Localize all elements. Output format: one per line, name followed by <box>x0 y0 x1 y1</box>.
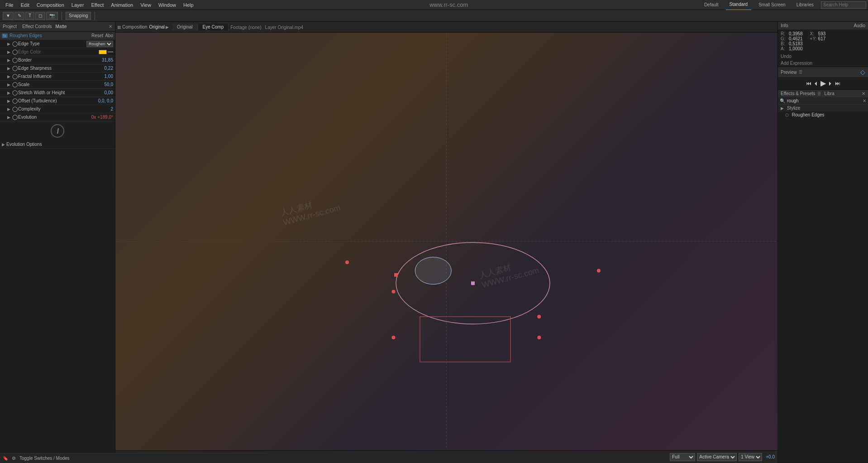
offset-row: ▶ ◯ Offset (Turbulence) 0,0, 0,0 <box>0 97 115 105</box>
tool-buttons: ▼ ✎ T ◻ 📷 <box>3 12 58 20</box>
menu-effect[interactable]: Effect <box>87 0 107 10</box>
workspace-libraries[interactable]: Libraries <box>793 0 817 10</box>
edge-type-row: ▶ ◯ Edge Type Roughen <box>0 40 115 48</box>
toggle-arrow[interactable]: ▶ <box>7 50 12 54</box>
r-label: R: <box>781 31 787 36</box>
border-value[interactable]: 31,85 <box>102 58 113 63</box>
roughen-edges-label: Roughen Edges <box>10 33 91 38</box>
complexity-value[interactable]: 2 <box>110 106 113 111</box>
camera-tool[interactable]: 📷 <box>46 12 58 20</box>
footage-tab: Footage (none) <box>230 24 261 30</box>
workspace-standard[interactable]: Standard <box>726 0 752 10</box>
edge-color-swatch[interactable] <box>99 50 107 54</box>
skip-forward-button[interactable]: ⏭ <box>835 80 840 87</box>
offset-value[interactable]: 0,0, 0,0 <box>98 98 113 103</box>
play-button[interactable]: ▶ <box>820 79 826 87</box>
search-clear-btn[interactable]: ✕ <box>863 98 866 103</box>
skip-back-button[interactable]: ⏮ <box>806 80 811 87</box>
layer-tab: Layer Original.mp4 <box>265 24 303 30</box>
select-tool[interactable]: ▼ <box>3 12 14 20</box>
menu-file[interactable]: File <box>2 0 17 10</box>
workspace-smallscreen[interactable]: Small Screen <box>755 0 789 10</box>
fractal-influence-row: ▶ ◯ Fractal Influence 1,00 <box>0 72 115 81</box>
step-forward-button[interactable]: ⏵ <box>828 80 833 87</box>
presets-list: ▶ Stylize ⬡ Roughen Edges <box>778 105 868 463</box>
xy-info: X: 593 +Y: 617 <box>810 31 826 51</box>
toggle-arrow[interactable]: ▶ <box>7 91 12 95</box>
info-b-row: B: 0,5183 <box>781 41 803 46</box>
stretch-label: Stretch Width or Height <box>18 90 105 95</box>
pen-tool[interactable]: ✎ <box>14 12 24 20</box>
evolution-dial-area <box>0 121 115 140</box>
toggle-arrow[interactable]: ▶ <box>7 42 12 46</box>
menu-layer[interactable]: Layer <box>68 0 88 10</box>
search-input[interactable] <box>821 1 866 9</box>
toggle-arrow[interactable]: ▶ <box>7 107 12 111</box>
view-select[interactable]: 1 View <box>739 453 762 461</box>
stylize-section-header[interactable]: ▶ Stylize <box>778 105 868 111</box>
viewport-canvas: 人人素材WWW.rr-sc.com 人人素材WWW.rr-sc.com <box>115 33 777 450</box>
evolution-row: ▶ ◯ Evolution 0x +189,0° <box>0 113 115 121</box>
color-picker-icon[interactable]: ◇ <box>860 68 865 76</box>
toggle-arrow[interactable]: ▶ <box>7 99 12 103</box>
abo-button[interactable]: Abo <box>105 33 113 38</box>
viewport-tab-original[interactable]: Original <box>172 24 197 30</box>
evolution-value[interactable]: 0x +189,0° <box>91 115 113 120</box>
shape-tool[interactable]: ◻ <box>35 12 45 20</box>
stylize-label: Stylize <box>787 106 800 111</box>
r-value: 0,3958 <box>789 31 803 36</box>
y-value: 617 <box>818 36 826 41</box>
y-label: +Y: <box>810 36 816 41</box>
panel-close-btn[interactable]: ✕ <box>109 24 112 29</box>
scale-value[interactable]: 50,0 <box>105 82 113 87</box>
fractal-influence-value[interactable]: 1,00 <box>105 74 113 79</box>
workspace-default[interactable]: Default <box>701 0 722 10</box>
toggle-arrow[interactable]: ▶ <box>2 142 6 147</box>
menu-view[interactable]: View <box>137 0 155 10</box>
website-watermark: www.rr-sc.com <box>197 1 701 8</box>
toggle-arrow[interactable]: ▶ <box>7 66 12 71</box>
text-tool[interactable]: T <box>25 12 34 20</box>
stretch-value[interactable]: 0,00 <box>105 90 113 95</box>
toggle-arrow[interactable]: ▶ <box>7 74 12 79</box>
step-back-button[interactable]: ⏴ <box>813 80 819 87</box>
effects-search-input[interactable] <box>787 98 863 103</box>
watermark-2: 人人素材WWW.rr-sc.com <box>478 255 540 290</box>
quality-select[interactable]: Full Half Quarter <box>670 453 695 461</box>
add-expression-link[interactable]: Add Expression <box>778 60 868 67</box>
effects-presets-close[interactable]: ✕ <box>862 91 865 96</box>
preview-panel-header: Preview ☰ ◇ <box>778 67 868 77</box>
effects-presets-menu-icon[interactable]: ☰ <box>817 92 821 96</box>
info-content: R: 0,3958 G: 0,4621 B: 0,5183 A: 1,0000 <box>778 29 868 53</box>
undo-link[interactable]: Undo <box>778 53 868 60</box>
viewport-tab-row: ▦ Composition Original ▶ Original Eye Co… <box>115 22 777 33</box>
edge-color-slider[interactable]: ━━ <box>108 49 113 54</box>
menu-composition[interactable]: Composition <box>33 0 68 10</box>
menu-animation[interactable]: Animation <box>107 0 137 10</box>
svg-rect-11 <box>471 281 475 285</box>
svg-point-2 <box>396 242 550 324</box>
edge-sharpness-label: Edge Sharpness <box>18 66 105 71</box>
menu-edit[interactable]: Edit <box>17 0 33 10</box>
toggle-arrow[interactable]: ▶ <box>7 82 12 87</box>
menu-window[interactable]: Window <box>155 0 180 10</box>
snapping-button[interactable]: Snapping <box>66 12 91 20</box>
menu-help[interactable]: Help <box>180 0 197 10</box>
watermark-1: 人人素材WWW.rr-sc.com <box>279 193 341 227</box>
roughen-edges-preset[interactable]: ⬡ Roughen Edges <box>778 111 868 118</box>
edge-type-select[interactable]: Roughen <box>86 41 113 47</box>
camera-select[interactable]: Active Camera <box>697 453 737 461</box>
chevron-right-icon: ▶ <box>166 25 169 29</box>
preview-menu-icon[interactable]: ☰ <box>799 70 802 74</box>
reset-button[interactable]: Reset <box>91 33 103 38</box>
svg-point-12 <box>415 257 451 285</box>
toggle-arrow[interactable]: ▶ <box>7 58 12 63</box>
toggle-arrow[interactable]: ▶ <box>7 115 12 120</box>
x-label: X: <box>810 31 816 36</box>
viewport-tab-eyecomp[interactable]: Eye Comp <box>198 24 229 30</box>
viewport-tabs: Original Eye Comp <box>172 22 229 33</box>
evolution-dial[interactable] <box>51 124 64 138</box>
toolbar-sep-2 <box>95 12 95 20</box>
edge-sharpness-value[interactable]: 0,22 <box>105 66 113 71</box>
composition-label: Composition <box>122 24 148 29</box>
